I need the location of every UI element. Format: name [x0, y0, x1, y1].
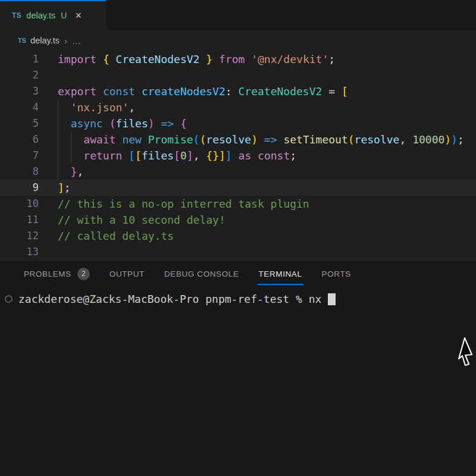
panel-tab-label: OUTPUT — [109, 270, 145, 278]
breadcrumb-filename[interactable]: delay.ts — [30, 36, 60, 45]
code-text: }, — [58, 164, 83, 180]
code-text: // this is a no-op interred task plugin — [58, 196, 309, 212]
panel-tab-label: PROBLEMS — [24, 270, 71, 278]
terminal-line[interactable]: zackderose@Zacks-MacBook-Pro pnpm-ref-te… — [0, 287, 476, 305]
code-line[interactable]: 6 await new Promise((resolve) => setTime… — [0, 131, 476, 148]
indent-guide — [58, 164, 58, 180]
line-number: 6 — [0, 131, 39, 148]
code-line[interactable]: 8 }, — [0, 164, 476, 180]
code-text: return [[files[0], {}]] as const; — [58, 148, 296, 164]
indent-guide — [58, 115, 58, 131]
line-number: 13 — [0, 244, 39, 260]
code-text: // with a 10 second delay! — [58, 212, 226, 228]
line-number: 7 — [0, 148, 39, 164]
indent-guide — [71, 148, 71, 164]
problems-count-badge: 2 — [77, 268, 90, 280]
indent-guide — [58, 148, 58, 164]
code-text: import { CreateNodesV2 } from '@nx/devki… — [58, 51, 335, 67]
line-number: 4 — [0, 99, 39, 115]
code-text: async (files) => { — [58, 115, 187, 131]
tab-filename: delay.ts — [26, 11, 55, 20]
panel-tab-ports[interactable]: PORTS — [322, 261, 351, 287]
line-number: 11 — [0, 212, 39, 228]
code-line[interactable]: 9]; — [0, 180, 476, 196]
tab-delay-ts[interactable]: TS delay.ts U × — [0, 0, 106, 30]
line-number: 1 — [0, 51, 39, 67]
command-decoration-icon — [5, 295, 12, 303]
line-number: 9 — [0, 180, 39, 196]
code-line[interactable]: 7 return [[files[0], {}]] as const; — [0, 148, 476, 164]
code-line[interactable]: 12// called delay.ts — [0, 228, 476, 244]
panel-tab-terminal[interactable]: TERMINAL — [259, 261, 302, 287]
panel-tab-label: TERMINAL — [259, 270, 302, 278]
terminal-cursor — [328, 293, 336, 305]
code-line[interactable]: 13 — [0, 244, 476, 260]
code-text: 'nx.json', — [58, 99, 135, 115]
typescript-file-icon: TS — [12, 11, 21, 20]
git-status-badge: U — [61, 11, 67, 20]
panel-tab-problems[interactable]: PROBLEMS2 — [24, 261, 90, 287]
indent-guide — [71, 131, 71, 148]
indent-guide — [58, 131, 58, 148]
breadcrumb-symbol-more[interactable]: … — [72, 36, 82, 46]
code-line[interactable]: 5 async (files) => { — [0, 115, 476, 131]
line-number: 8 — [0, 164, 39, 180]
code-editor[interactable]: 1import { CreateNodesV2 } from '@nx/devk… — [0, 51, 476, 260]
line-number: 3 — [0, 83, 39, 99]
code-line[interactable]: 11// with a 10 second delay! — [0, 212, 476, 228]
panel-tab-label: PORTS — [322, 270, 351, 278]
close-tab-icon[interactable]: × — [75, 10, 82, 21]
line-number: 12 — [0, 228, 39, 244]
breadcrumb: TS delay.ts › … — [0, 30, 476, 51]
bottom-panel: PROBLEMS2OUTPUTDEBUG CONSOLETERMINALPORT… — [0, 260, 476, 476]
tab-bar: TS delay.ts U × — [0, 0, 476, 30]
line-number: 10 — [0, 196, 39, 212]
code-text: await new Promise((resolve) => setTimeou… — [58, 131, 464, 148]
code-line[interactable]: 10// this is a no-op interred task plugi… — [0, 196, 476, 212]
indent-guide — [58, 99, 58, 115]
code-text: ]; — [58, 180, 71, 196]
chevron-right-icon: › — [64, 36, 67, 46]
code-line[interactable]: 2 — [0, 67, 476, 83]
panel-tab-label: DEBUG CONSOLE — [164, 270, 239, 278]
panel-tab-debug-console[interactable]: DEBUG CONSOLE — [164, 261, 239, 287]
panel-tab-output[interactable]: OUTPUT — [109, 261, 145, 287]
code-text: export const createNodesV2: CreateNodesV… — [58, 83, 348, 99]
code-line[interactable]: 3export const createNodesV2: CreateNodes… — [0, 83, 476, 99]
line-number: 2 — [0, 67, 39, 83]
line-number: 5 — [0, 115, 39, 131]
typescript-file-icon: TS — [18, 37, 26, 44]
code-text: // called delay.ts — [58, 228, 174, 244]
terminal-prompt: zackderose@Zacks-MacBook-Pro pnpm-ref-te… — [18, 293, 321, 305]
code-line[interactable]: 4 'nx.json', — [0, 99, 476, 115]
panel-tab-bar: PROBLEMS2OUTPUTDEBUG CONSOLETERMINALPORT… — [0, 261, 476, 287]
code-line[interactable]: 1import { CreateNodesV2 } from '@nx/devk… — [0, 51, 476, 67]
